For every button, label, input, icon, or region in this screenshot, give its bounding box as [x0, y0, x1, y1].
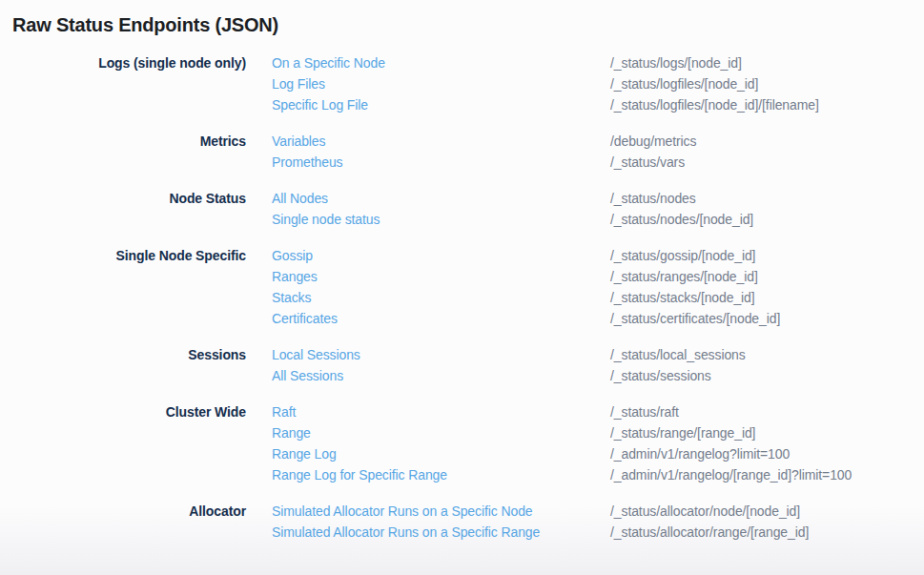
endpoint-group: Single Node Specific Gossip /_status/gos…	[0, 245, 924, 329]
endpoint-group: Sessions Local Sessions /_status/local_s…	[0, 344, 924, 386]
endpoint-link[interactable]: Variables	[272, 131, 610, 152]
endpoint-row: Range /_status/range/[range_id]	[272, 422, 924, 443]
endpoint-link[interactable]: Gossip	[272, 245, 610, 266]
endpoint-group: Node Status All Nodes /_status/nodes Sin…	[0, 188, 924, 230]
endpoint-path: /_admin/v1/rangelog/[range_id]?limit=100	[610, 464, 924, 485]
category-label: Single Node Specific	[0, 245, 246, 266]
category-label: Sessions	[0, 344, 246, 365]
endpoint-row: Simulated Allocator Runs on a Specific R…	[272, 522, 924, 543]
endpoint-row: Log Files /_status/logfiles/[node_id]	[272, 73, 924, 94]
endpoint-path: /_status/certificates/[node_id]	[610, 308, 924, 329]
endpoint-link[interactable]: Simulated Allocator Runs on a Specific R…	[272, 522, 610, 543]
endpoint-link[interactable]: Range Log	[272, 443, 610, 464]
endpoint-path: /_status/local_sessions	[610, 344, 924, 365]
endpoint-link[interactable]: All Nodes	[272, 188, 610, 209]
category-label: Metrics	[0, 131, 246, 152]
endpoint-path: /_admin/v1/rangelog?limit=100	[610, 443, 924, 464]
endpoint-link[interactable]: Local Sessions	[272, 344, 610, 365]
category-label: Logs (single node only)	[0, 52, 246, 73]
endpoint-path: /_status/vars	[610, 152, 924, 173]
endpoint-rows: Simulated Allocator Runs on a Specific N…	[272, 501, 924, 543]
endpoint-row: Range Log for Specific Range /_admin/v1/…	[272, 464, 924, 485]
endpoint-link[interactable]: Single node status	[272, 209, 610, 230]
debug-endpoints-page: Raw Status Endpoints (JSON) Logs (single…	[0, 0, 924, 575]
endpoint-row: Single node status /_status/nodes/[node_…	[272, 209, 924, 230]
endpoint-row: Raft /_status/raft	[272, 401, 924, 422]
endpoint-row: Gossip /_status/gossip/[node_id]	[272, 245, 924, 266]
page-title: Raw Status Endpoints (JSON)	[12, 12, 924, 37]
endpoint-row: Simulated Allocator Runs on a Specific N…	[272, 501, 924, 522]
endpoint-path: /_status/logfiles/[node_id]	[610, 73, 924, 94]
endpoint-link[interactable]: On a Specific Node	[272, 52, 610, 73]
endpoint-link[interactable]: All Sessions	[272, 365, 610, 386]
endpoint-row: All Sessions /_status/sessions	[272, 365, 924, 386]
endpoint-group: Cluster Wide Raft /_status/raft Range /_…	[0, 401, 924, 485]
endpoint-path: /_status/sessions	[610, 365, 924, 386]
endpoint-path: /_status/allocator/range/[range_id]	[610, 522, 924, 543]
endpoint-path: /_status/nodes	[610, 188, 924, 209]
endpoint-link[interactable]: Certificates	[272, 308, 610, 329]
endpoint-path: /_status/nodes/[node_id]	[610, 209, 924, 230]
endpoint-row: Range Log /_admin/v1/rangelog?limit=100	[272, 443, 924, 464]
endpoint-group: Logs (single node only) On a Specific No…	[0, 52, 924, 115]
endpoint-path: /_status/logs/[node_id]	[610, 52, 924, 73]
endpoint-rows: Gossip /_status/gossip/[node_id] Ranges …	[272, 245, 924, 329]
endpoint-row: Stacks /_status/stacks/[node_id]	[272, 287, 924, 308]
endpoint-link[interactable]: Simulated Allocator Runs on a Specific N…	[272, 501, 610, 522]
endpoint-link[interactable]: Log Files	[272, 73, 610, 94]
endpoint-rows: Local Sessions /_status/local_sessions A…	[272, 344, 924, 386]
endpoint-link[interactable]: Range Log for Specific Range	[272, 464, 610, 485]
endpoint-row: Local Sessions /_status/local_sessions	[272, 344, 924, 365]
endpoint-path: /_status/stacks/[node_id]	[610, 287, 924, 308]
endpoint-link[interactable]: Prometheus	[272, 152, 610, 173]
endpoint-path: /_status/range/[range_id]	[610, 422, 924, 443]
endpoint-link[interactable]: Raft	[272, 401, 610, 422]
endpoint-rows: Variables /debug/metrics Prometheus /_st…	[272, 131, 924, 173]
category-label: Node Status	[0, 188, 246, 209]
endpoint-path: /_status/ranges/[node_id]	[610, 266, 924, 287]
endpoint-link[interactable]: Ranges	[272, 266, 610, 287]
endpoint-link[interactable]: Range	[272, 422, 610, 443]
endpoint-row: Specific Log File /_status/logfiles/[nod…	[272, 94, 924, 115]
endpoint-path: /_status/logfiles/[node_id]/[filename]	[610, 94, 924, 115]
endpoint-rows: On a Specific Node /_status/logs/[node_i…	[272, 52, 924, 115]
endpoints-table: Logs (single node only) On a Specific No…	[0, 52, 924, 543]
endpoint-row: Prometheus /_status/vars	[272, 152, 924, 173]
endpoint-row: Variables /debug/metrics	[272, 131, 924, 152]
endpoint-row: On a Specific Node /_status/logs/[node_i…	[272, 52, 924, 73]
endpoint-rows: All Nodes /_status/nodes Single node sta…	[272, 188, 924, 230]
endpoint-rows: Raft /_status/raft Range /_status/range/…	[272, 401, 924, 485]
endpoint-group: Allocator Simulated Allocator Runs on a …	[0, 501, 924, 543]
endpoint-path: /_status/allocator/node/[node_id]	[610, 501, 924, 522]
endpoint-group: Metrics Variables /debug/metrics Prometh…	[0, 131, 924, 173]
category-label: Allocator	[0, 501, 246, 522]
endpoint-link[interactable]: Stacks	[272, 287, 610, 308]
endpoint-row: Certificates /_status/certificates/[node…	[272, 308, 924, 329]
category-label: Cluster Wide	[0, 401, 246, 422]
endpoint-path: /debug/metrics	[610, 131, 924, 152]
endpoint-path: /_status/gossip/[node_id]	[610, 245, 924, 266]
endpoint-row: All Nodes /_status/nodes	[272, 188, 924, 209]
endpoint-path: /_status/raft	[610, 401, 924, 422]
endpoint-row: Ranges /_status/ranges/[node_id]	[272, 266, 924, 287]
endpoint-link[interactable]: Specific Log File	[272, 94, 610, 115]
